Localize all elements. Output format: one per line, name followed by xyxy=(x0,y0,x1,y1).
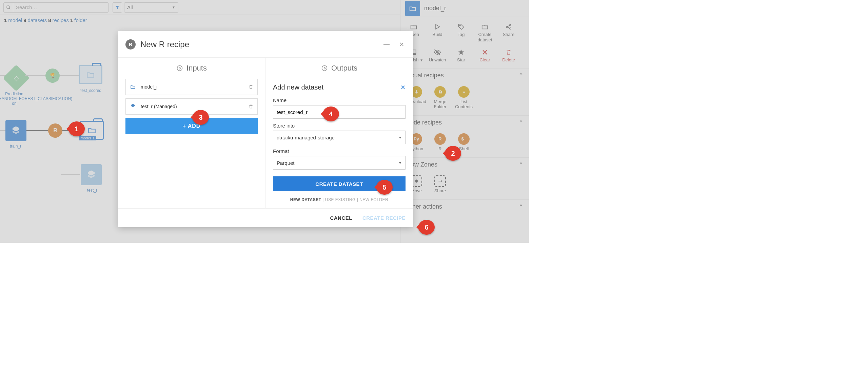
new-r-recipe-modal: R New R recipe — ✕ Inputs model_r test_r… xyxy=(118,31,413,227)
step-bubble-6: 6 xyxy=(418,220,435,235)
input-name: test_r (Managed) xyxy=(141,104,177,109)
format-label: Format xyxy=(273,148,406,154)
cancel-button[interactable]: CANCEL xyxy=(330,215,352,221)
step-bubble-2: 2 xyxy=(445,146,461,161)
name-label: Name xyxy=(273,97,406,103)
tab-use-existing[interactable]: USE EXISTING xyxy=(325,197,356,202)
modal-title: New R recipe xyxy=(140,40,189,49)
input-row-model-r: model_r xyxy=(125,79,258,95)
input-row-test-r: test_r (Managed) xyxy=(125,98,258,115)
close-icon[interactable]: ✕ xyxy=(398,39,406,50)
chevron-down-icon: ▼ xyxy=(398,136,402,139)
store-into-label: Store into xyxy=(273,123,406,129)
tab-new-folder[interactable]: NEW FOLDER xyxy=(359,197,388,202)
r-icon: R xyxy=(125,39,136,50)
step-bubble-5: 5 xyxy=(376,180,393,195)
input-name: model_r xyxy=(141,84,158,90)
svg-point-15 xyxy=(322,66,327,71)
store-into-dropdown[interactable]: dataiku-managed-storage▼ xyxy=(273,131,406,144)
step-bubble-1: 1 xyxy=(68,121,85,136)
chevron-down-icon: ▼ xyxy=(398,161,402,165)
remove-input-button[interactable] xyxy=(249,84,253,90)
tab-new-dataset[interactable]: NEW DATASET xyxy=(290,197,321,202)
outputs-header: Outputs xyxy=(265,58,413,79)
step-bubble-4: 4 xyxy=(323,106,339,121)
add-new-dataset-title: Add new dataset xyxy=(273,83,323,91)
minimize-icon[interactable]: — xyxy=(382,39,391,49)
output-name-input[interactable] xyxy=(273,105,406,119)
output-mode-tabs: NEW DATASET | USE EXISTING | NEW FOLDER xyxy=(273,197,406,202)
dataset-icon xyxy=(130,103,137,110)
remove-input-button[interactable] xyxy=(249,104,253,109)
close-output-icon[interactable]: ✕ xyxy=(400,84,406,91)
inputs-header: Inputs xyxy=(118,58,265,79)
create-recipe-button[interactable]: CREATE RECIPE xyxy=(362,215,406,221)
format-dropdown[interactable]: Parquet▼ xyxy=(273,156,406,170)
step-bubble-3: 3 xyxy=(193,110,209,125)
svg-point-14 xyxy=(177,66,182,71)
folder-icon xyxy=(130,84,137,90)
